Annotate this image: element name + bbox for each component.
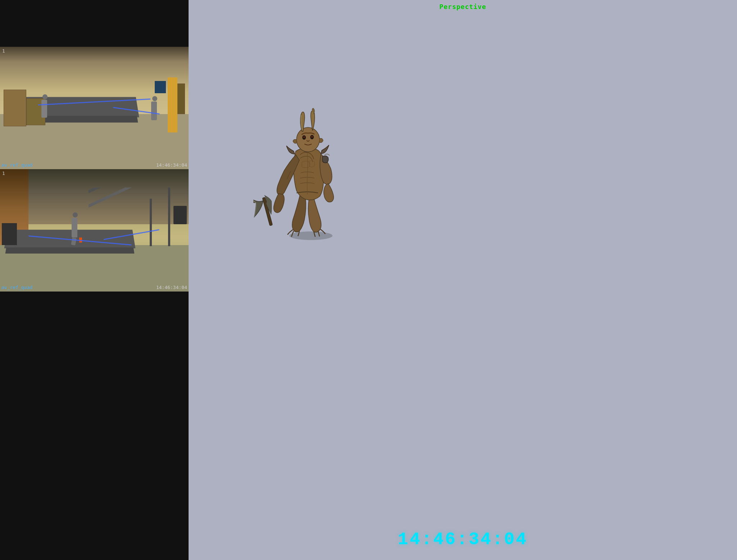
character-svg <box>253 79 361 241</box>
video-2-label: av_ref_quad <box>1 285 32 290</box>
ramp-support-2 <box>150 199 152 247</box>
video-1-number: 1 <box>2 48 5 54</box>
perf-3-head <box>73 212 78 217</box>
video-feed-1[interactable]: 1 av_ref_quad 14:46:34:04 <box>0 47 189 169</box>
video-1-timecode: 14:46:34:04 <box>156 162 187 168</box>
camera <box>173 206 187 224</box>
video-1-overlay: av_ref_quad 14:46:34:04 <box>1 162 187 168</box>
scaffolding <box>168 77 177 132</box>
svg-point-4 <box>303 136 305 138</box>
ramp-support-1 <box>168 188 170 246</box>
video-1-label: av_ref_quad <box>1 162 32 168</box>
main-timecode: 14:46:34:04 <box>398 530 528 549</box>
perf-1-body <box>41 100 47 118</box>
performer-1 <box>41 94 49 118</box>
bottom-spacer <box>0 292 189 560</box>
svg-point-1 <box>297 127 320 152</box>
char-shadow <box>289 231 333 240</box>
video-feed-2[interactable]: 1 av_ref_quad 14:46:34:04 <box>0 169 189 292</box>
character-3d <box>253 79 361 241</box>
performer-2 <box>151 96 158 120</box>
perf-2-head <box>152 96 157 101</box>
video-2-timecode: 14:46:34:04 <box>156 285 187 290</box>
equip-left <box>4 90 26 126</box>
monitor <box>155 81 166 93</box>
perf-1-head <box>42 94 48 99</box>
perf-3-body <box>72 218 77 238</box>
viewport-perspective-label: Perspective <box>439 3 486 10</box>
video-scene-2 <box>0 169 189 292</box>
video-2-overlay: av_ref_quad 14:46:34:04 <box>1 285 187 290</box>
left-video-panel: 1 av_ref_quad 14:46:34:04 <box>0 0 189 560</box>
perf-3-leg <box>71 238 76 245</box>
perf-2-body <box>151 101 157 120</box>
ramp-bar-2 <box>89 188 179 216</box>
3d-viewport[interactable]: Perspective <box>189 0 737 560</box>
video-2-number: 1 <box>2 171 5 176</box>
svg-point-5 <box>311 136 313 138</box>
speaker <box>2 223 17 245</box>
top-spacer <box>0 0 189 47</box>
ramp-structure <box>89 188 179 261</box>
video-scene-1 <box>0 47 189 169</box>
